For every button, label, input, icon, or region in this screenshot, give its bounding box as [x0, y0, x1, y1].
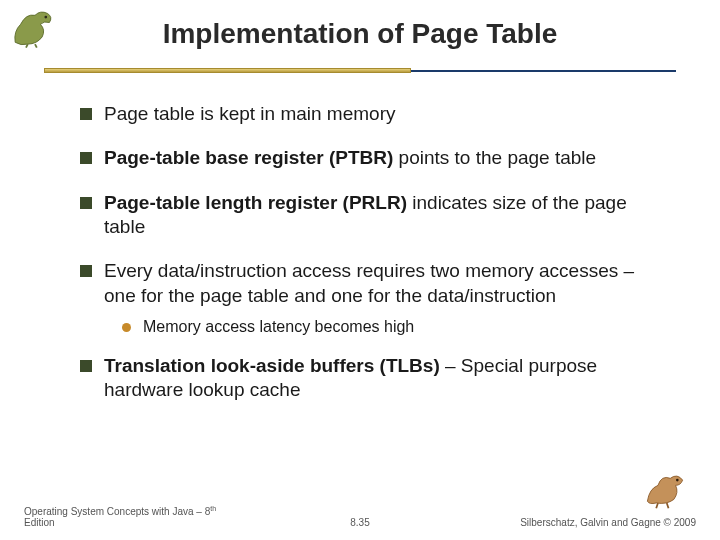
bullet-item: Translation look-aside buffers (TLBs) – …: [80, 354, 650, 403]
slide-content: Page table is kept in main memory Page-t…: [0, 74, 720, 433]
dinosaur-right-icon: [638, 466, 692, 510]
bullet-item: Page-table base register (PTBR) points t…: [80, 146, 650, 170]
svg-point-1: [676, 479, 679, 482]
footer-copyright: Silberschatz, Galvin and Gagne © 2009: [472, 517, 696, 528]
bullet-marker-icon: [80, 152, 92, 164]
title-divider: [44, 68, 676, 74]
bullet-marker-icon: [80, 360, 92, 372]
bullet-item: Every data/instruction access requires t…: [80, 259, 650, 308]
slide-footer: Operating System Concepts with Java – 8t…: [24, 505, 696, 528]
dinosaur-left-icon: [8, 4, 62, 50]
footer-page-number: 8.35: [248, 517, 472, 528]
bullet-marker-icon: [80, 265, 92, 277]
sub-bullet-text: Memory access latency becomes high: [143, 318, 414, 336]
sub-bullet-item: Memory access latency becomes high: [122, 318, 650, 336]
sub-bullet-marker-icon: [122, 323, 131, 332]
bullet-item: Page table is kept in main memory: [80, 102, 650, 126]
bullet-marker-icon: [80, 197, 92, 209]
slide-header: Implementation of Page Table: [0, 0, 720, 68]
bullet-text: Every data/instruction access requires t…: [104, 259, 650, 308]
footer-left: Operating System Concepts with Java – 8t…: [24, 505, 248, 528]
bullet-text: Page-table base register (PTBR) points t…: [104, 146, 650, 170]
svg-point-0: [44, 16, 47, 19]
bullet-marker-icon: [80, 108, 92, 120]
bullet-text: Translation look-aside buffers (TLBs) – …: [104, 354, 650, 403]
bullet-text: Page-table length register (PRLR) indica…: [104, 191, 650, 240]
bullet-text: Page table is kept in main memory: [104, 102, 650, 126]
slide-title: Implementation of Page Table: [0, 12, 720, 60]
bullet-item: Page-table length register (PRLR) indica…: [80, 191, 650, 240]
